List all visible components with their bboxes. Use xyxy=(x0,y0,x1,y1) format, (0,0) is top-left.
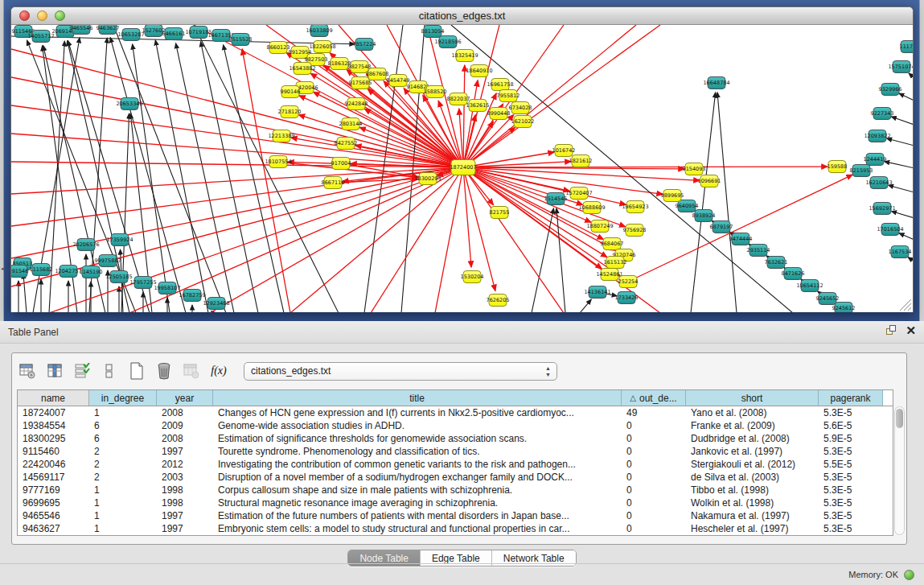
table-row[interactable]: 1830029562008Estimation of significance … xyxy=(18,432,893,445)
graph-node-9154093[interactable]: 9154093 xyxy=(683,163,706,175)
table-cell[interactable]: Changes of HCN gene expression and I(f) … xyxy=(213,407,622,418)
right-panel-divider[interactable] xyxy=(919,0,924,321)
citation-edge-black[interactable] xyxy=(176,43,234,312)
table-cell[interactable]: 0 xyxy=(622,510,686,521)
graph-node-7857224[interactable]: 7857224 xyxy=(353,39,376,51)
float-panel-icon[interactable] xyxy=(886,325,897,336)
table-cell[interactable]: Wolkin et al. (1998) xyxy=(686,497,819,509)
table-cell[interactable]: 0 xyxy=(622,420,686,431)
table-cell[interactable]: 1998 xyxy=(157,484,213,496)
graph-node-15692971[interactable]: 15692971 xyxy=(869,203,895,215)
table-cell[interactable]: 18724007 xyxy=(18,407,89,418)
table-cell[interactable]: 1998 xyxy=(157,497,213,509)
graph-node-20206576[interactable]: 20206576 xyxy=(72,239,99,251)
graph-node-18107554[interactable]: 18107554 xyxy=(265,156,291,168)
citation-edge-black[interactable] xyxy=(580,299,591,312)
graph-node-9245612[interactable]: 9245612 xyxy=(832,303,856,313)
table-row[interactable]: 977716911998Corpus callosum shape and si… xyxy=(18,484,893,496)
table-cell[interactable]: 6 xyxy=(89,433,157,444)
citation-edge-black[interactable] xyxy=(909,73,913,78)
table-cell[interactable]: 5.3E-5 xyxy=(819,497,883,509)
graph-node-159588[interactable]: 159588 xyxy=(827,161,848,173)
table-cell[interactable]: 9699695 xyxy=(18,497,89,509)
table-cell[interactable]: 0 xyxy=(622,446,686,457)
table-cell[interactable]: Estimation of significance thresholds fo… xyxy=(213,433,622,444)
graph-node-12213389[interactable]: 12213389 xyxy=(268,130,294,142)
canvas-resize-grip[interactable] xyxy=(900,299,911,311)
graph-node-8471626[interactable]: 8471626 xyxy=(782,268,805,280)
table-cell[interactable]: 19384554 xyxy=(18,420,89,431)
column-header-title[interactable]: title xyxy=(213,390,622,406)
row-height-icon[interactable] xyxy=(101,361,118,381)
table-cell[interactable]: 2 xyxy=(89,472,157,483)
graph-node-9684067[interactable]: 9684067 xyxy=(601,238,624,250)
table-cell[interactable]: 5.9E-5 xyxy=(819,433,883,444)
table-row[interactable]: 2242004622012Investigating the contribut… xyxy=(18,458,893,471)
graph-node-7626205[interactable]: 7626205 xyxy=(487,295,510,307)
table-rows[interactable]: 1872400712008Changes of HCN gene express… xyxy=(18,406,893,535)
table-cell[interactable]: 5.3E-5 xyxy=(819,472,883,483)
citation-edge-black[interactable] xyxy=(899,93,913,101)
graph-node-990146[interactable]: 990146 xyxy=(281,86,301,98)
table-cell[interactable]: Dudbridge et al. (2008) xyxy=(686,433,819,444)
table-settings-icon[interactable] xyxy=(18,361,36,381)
table-cell[interactable]: Disruption of a novel member of a sodium… xyxy=(213,472,622,483)
table-cell[interactable]: 1 xyxy=(89,497,157,509)
table-cell[interactable]: 5.3E-5 xyxy=(819,407,883,418)
graph-node-9756928[interactable]: 9756928 xyxy=(623,225,647,237)
table-cell[interactable]: 2 xyxy=(89,459,157,470)
citation-edge-black[interactable] xyxy=(717,93,737,312)
graph-node-9242848[interactable]: 9242848 xyxy=(345,98,368,110)
column-header-name[interactable]: name xyxy=(18,390,89,406)
graph-node-7955812[interactable]: 7955812 xyxy=(497,90,520,102)
citation-edge-red[interactable] xyxy=(11,77,463,167)
graph-node-8215953[interactable]: 8215953 xyxy=(850,165,873,177)
table-cell[interactable]: 1 xyxy=(89,510,157,521)
citation-edge-black[interactable] xyxy=(113,25,226,312)
graph-node-252254[interactable]: 252254 xyxy=(618,276,639,288)
graph-node-1145190[interactable]: 1145190 xyxy=(80,266,103,278)
column-header-pagerank[interactable]: pagerank xyxy=(819,390,883,406)
table-cell[interactable]: 2008 xyxy=(157,407,213,418)
graph-node-1615132[interactable]: 1615132 xyxy=(604,257,627,269)
graph-node-12093822[interactable]: 12093822 xyxy=(864,130,890,142)
table-cell[interactable]: 5.3E-5 xyxy=(819,523,883,534)
graph-node-15720407[interactable]: 15720407 xyxy=(565,187,592,200)
table-cell[interactable]: 1997 xyxy=(157,510,213,521)
table-cell[interactable]: Franke et al. (2009) xyxy=(686,420,819,431)
graph-node-8660123[interactable]: 8660123 xyxy=(267,42,290,54)
table-cell[interactable]: Corpus callosum shape and size in male p… xyxy=(213,484,622,496)
graph-node-10654112[interactable]: 10654112 xyxy=(796,280,823,292)
table-cell[interactable]: 5.6E-5 xyxy=(819,420,883,431)
graph-node-8427552[interactable]: 8427552 xyxy=(335,138,358,150)
column-header-short[interactable]: short xyxy=(686,390,819,406)
graph-node-1514545[interactable]: 1514545 xyxy=(544,193,568,205)
graph-node-6466161[interactable]: 6466161 xyxy=(162,28,186,40)
citation-edge-black[interactable] xyxy=(889,185,913,192)
column-header-in_degree[interactable]: in_degree xyxy=(89,390,157,406)
graph-node-18226058[interactable]: 18226058 xyxy=(309,41,335,53)
graph-node-8813054[interactable]: 8813054 xyxy=(421,26,445,38)
citation-edge-black[interactable] xyxy=(887,138,913,146)
graph-node-2803144[interactable]: 2803144 xyxy=(339,118,363,130)
citation-edge-black[interactable] xyxy=(194,25,339,312)
graph-node-9474444[interactable]: 9474444 xyxy=(729,233,753,245)
graph-node-1016742[interactable]: 1016742 xyxy=(552,145,576,157)
graph-node-8667110[interactable]: 8667110 xyxy=(322,177,345,189)
table-cell[interactable]: 2009 xyxy=(157,420,213,431)
table-cell[interactable]: 0 xyxy=(622,497,686,509)
graph-node-16782759[interactable]: 16782759 xyxy=(179,290,205,302)
graph-node-16033809[interactable]: 16033809 xyxy=(306,25,332,37)
citation-edge-black[interactable] xyxy=(891,211,913,218)
citation-edge-black[interactable] xyxy=(908,257,913,262)
graph-node-16210643[interactable]: 16210643 xyxy=(865,177,892,189)
table-cell[interactable]: Structural magnetic resonance image aver… xyxy=(213,497,622,509)
citation-edge-red[interactable] xyxy=(463,167,603,240)
citation-edge-red[interactable] xyxy=(11,49,463,167)
table-cell[interactable]: 2012 xyxy=(157,459,213,470)
network-graph-canvas[interactable]: 9115460140557172069140694655469463627106… xyxy=(11,25,913,312)
panel-collapse-icon[interactable]: ◂ xyxy=(1,266,4,272)
graph-node-1167534[interactable]: 1167534 xyxy=(889,246,912,258)
graph-node-10688609[interactable]: 10688609 xyxy=(578,202,605,214)
table-row[interactable]: 946362711997Embryonic stem cells: a mode… xyxy=(18,522,893,535)
